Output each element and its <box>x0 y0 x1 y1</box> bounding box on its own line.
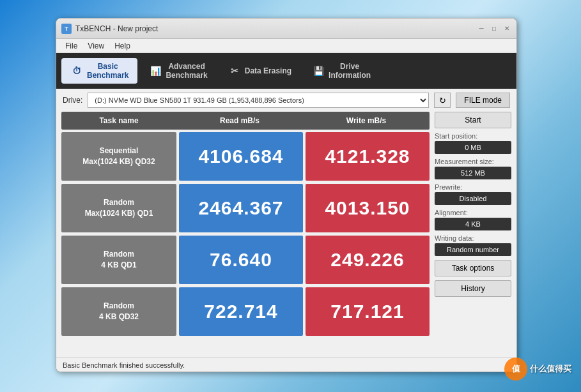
header-read: Read mB/s <box>176 116 303 125</box>
minimize-button[interactable]: ─ <box>477 24 486 33</box>
writing-data-group: Writing data: Random number <box>435 234 511 256</box>
file-mode-button[interactable]: FILE mode <box>456 93 510 108</box>
data-erasing-line1: Data Erasing <box>245 66 291 75</box>
writing-data-value: Random number <box>435 243 511 256</box>
prewrite-group: Prewrite: Disabled <box>435 183 511 205</box>
menu-file[interactable]: File <box>60 40 82 52</box>
start-button[interactable]: Start <box>435 112 511 128</box>
row-read-1: 4106.684 <box>179 132 303 181</box>
window-controls: ─ □ ✕ <box>477 24 511 33</box>
sidebar: Start Start position: 0 MB Measurement s… <box>435 112 511 355</box>
start-position-value: 0 MB <box>435 141 511 154</box>
row-read-3: 76.640 <box>179 236 303 284</box>
app-icon: T <box>61 24 72 34</box>
status-bar: Basic Benchmark finished successfully. <box>56 358 516 372</box>
measurement-size-value: 512 MB <box>435 167 511 179</box>
start-position-label: Start position: <box>435 132 511 140</box>
row-read-2: 2464.367 <box>179 184 303 232</box>
alignment-group: Alignment: 4 KB <box>435 209 511 230</box>
menu-bar: File View Help <box>56 39 516 53</box>
refresh-button[interactable]: ↻ <box>434 93 451 108</box>
prewrite-value: Disabled <box>435 192 511 205</box>
table-header: Task name Read mB/s Write mB/s <box>61 112 430 130</box>
advanced-benchmark-button[interactable]: 📊 Advanced Benchmark <box>140 58 216 84</box>
history-button[interactable]: History <box>435 280 511 297</box>
data-erasing-button[interactable]: ✂ Data Erasing <box>219 61 300 81</box>
alignment-label: Alignment: <box>435 209 511 216</box>
menu-help[interactable]: Help <box>109 40 136 52</box>
main-window: T TxBENCH - New project ─ □ ✕ File View … <box>56 18 517 372</box>
window-title: TxBENCH - New project <box>75 24 477 33</box>
chart-icon: 📊 <box>149 64 162 77</box>
advanced-benchmark-label: Advanced Benchmark <box>166 62 207 80</box>
writing-data-label: Writing data: <box>435 234 511 242</box>
close-button[interactable]: ✕ <box>502 24 511 33</box>
menu-view[interactable]: View <box>82 40 109 52</box>
header-write: Write mB/s <box>303 116 430 125</box>
advanced-benchmark-line1: Advanced <box>166 62 207 71</box>
status-text: Basic Benchmark finished successfully. <box>63 361 185 369</box>
drive-information-line1: Drive <box>329 62 371 71</box>
task-options-button[interactable]: Task options <box>435 260 511 276</box>
row-read-4: 722.714 <box>179 287 303 336</box>
prewrite-label: Prewrite: <box>435 183 511 191</box>
row-write-3: 249.226 <box>306 236 430 284</box>
toolbar: ⏱ Basic Benchmark 📊 Advanced Benchmark ✂… <box>56 53 516 89</box>
row-write-2: 4013.150 <box>306 184 430 232</box>
row-write-4: 717.121 <box>306 287 430 336</box>
drive-select[interactable]: (D:) NVMe WD Blue SN580 1T 931.49 GB (1,… <box>88 93 429 108</box>
content-area: Drive: (D:) NVMe WD Blue SN580 1T 931.49… <box>56 89 516 358</box>
clock-icon: ⏱ <box>70 64 83 77</box>
basic-benchmark-line2: Benchmark <box>87 71 128 80</box>
drive-information-label: Drive Information <box>329 62 371 80</box>
row-label-1: SequentialMax(1024 KB) QD32 <box>61 132 176 181</box>
watermark-icon: 值 <box>504 358 527 381</box>
drive-icon: 💾 <box>312 64 325 77</box>
erasing-icon: ✂ <box>228 64 241 77</box>
table-row: Random4 KB QD1 76.640 249.226 <box>61 236 430 284</box>
maximize-button[interactable]: □ <box>490 24 499 33</box>
drive-row: Drive: (D:) NVMe WD Blue SN580 1T 931.49… <box>56 89 516 112</box>
row-write-1: 4121.328 <box>306 132 430 181</box>
main-area: Task name Read mB/s Write mB/s Sequentia… <box>56 112 516 358</box>
data-erasing-label: Data Erasing <box>245 66 291 75</box>
basic-benchmark-button[interactable]: ⏱ Basic Benchmark <box>61 58 137 84</box>
advanced-benchmark-line2: Benchmark <box>166 71 207 80</box>
benchmark-table: Task name Read mB/s Write mB/s Sequentia… <box>61 112 430 355</box>
start-position-group: Start position: 0 MB <box>435 132 511 154</box>
row-label-4: Random4 KB QD32 <box>61 287 176 336</box>
alignment-value: 4 KB <box>435 218 511 230</box>
measurement-size-group: Measurement size: 512 MB <box>435 158 511 179</box>
watermark-label: 什么值得买 <box>530 363 571 375</box>
drive-label: Drive: <box>63 96 82 105</box>
basic-benchmark-label: Basic Benchmark <box>87 62 128 80</box>
row-label-3: Random4 KB QD1 <box>61 236 176 284</box>
basic-benchmark-line1: Basic <box>87 62 128 71</box>
title-bar: T TxBENCH - New project ─ □ ✕ <box>56 19 516 39</box>
table-row: SequentialMax(1024 KB) QD32 4106.684 412… <box>61 132 430 181</box>
table-row: Random4 KB QD32 722.714 717.121 <box>61 287 430 336</box>
measurement-size-label: Measurement size: <box>435 158 511 165</box>
drive-information-button[interactable]: 💾 Drive Information <box>303 58 380 84</box>
drive-information-line2: Information <box>329 71 371 80</box>
header-task: Task name <box>61 116 176 125</box>
table-row: RandomMax(1024 KB) QD1 2464.367 4013.150 <box>61 184 430 232</box>
watermark: 值 什么值得买 <box>504 358 571 381</box>
row-label-2: RandomMax(1024 KB) QD1 <box>61 184 176 232</box>
